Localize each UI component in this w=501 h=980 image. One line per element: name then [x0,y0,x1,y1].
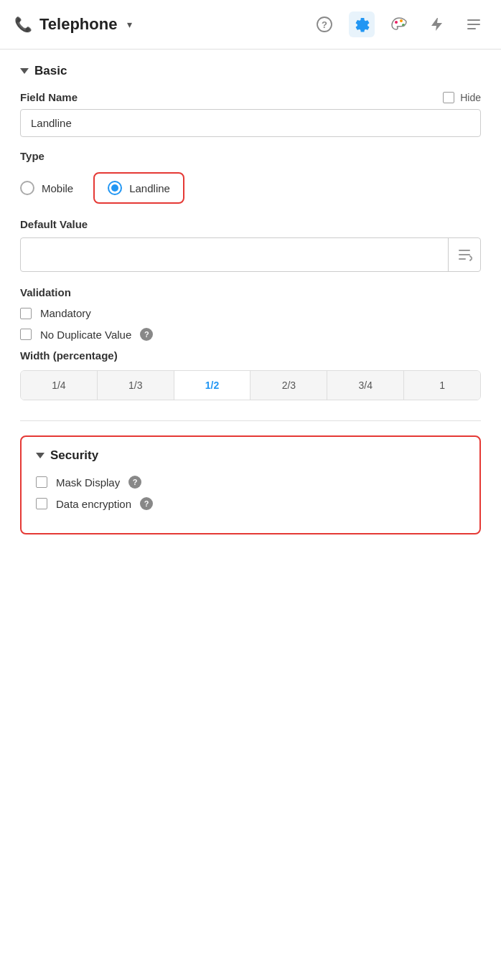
width-option-1-4[interactable]: 1/4 [21,371,98,400]
field-name-row: Field Name Hide [20,91,481,103]
header-title: Telephone [39,15,117,34]
security-section-title: Security [50,448,98,463]
width-option-3-4[interactable]: 3/4 [327,371,404,400]
palette-button[interactable] [386,11,412,37]
mask-display-row: Mask Display ? [36,476,465,489]
radio-landline-circle[interactable] [108,181,122,195]
svg-rect-9 [459,254,470,255]
mask-display-label: Mask Display [56,476,120,489]
width-option-1-2[interactable]: 1/2 [174,371,251,400]
default-value-icon[interactable] [448,237,481,272]
width-options-group: 1/4 1/3 1/2 2/3 3/4 1 [20,370,481,400]
field-name-input[interactable] [20,109,481,137]
basic-chevron-icon[interactable] [20,68,29,74]
lightning-button[interactable] [423,11,449,37]
width-option-1[interactable]: 1 [404,371,480,400]
svg-point-3 [400,19,403,22]
security-chevron-icon[interactable] [36,453,45,458]
width-section: Width (percentage) 1/4 1/3 1/2 2/3 3/4 1 [20,349,481,400]
security-section-header: Security [36,448,465,463]
hide-row: Hide [443,92,481,103]
radio-mobile[interactable]: Mobile [20,181,73,195]
hide-checkbox[interactable] [443,92,454,103]
header-toolbar: ? [312,11,487,37]
mask-display-checkbox[interactable] [36,476,47,488]
content-area: Basic Field Name Hide Type Mobile Landli… [0,50,501,549]
section-divider [20,420,481,421]
width-option-1-3[interactable]: 1/3 [98,371,174,400]
no-duplicate-checkbox[interactable] [20,329,32,340]
data-encryption-help-icon[interactable]: ? [140,497,153,510]
radio-landline-label: Landline [129,182,170,194]
radio-mobile-label: Mobile [42,182,73,194]
svg-text:?: ? [322,19,327,30]
basic-section-header: Basic [20,64,481,78]
default-value-input[interactable] [20,237,481,272]
data-encryption-label: Data encryption [56,498,131,510]
width-title: Width (percentage) [20,349,481,362]
basic-section: Basic Field Name Hide Type Mobile Landli… [20,64,481,400]
settings-button[interactable] [349,11,375,37]
mandatory-label: Mandatory [40,307,91,319]
width-option-2-3[interactable]: 2/3 [250,371,327,400]
validation-title: Validation [20,286,481,298]
mask-display-help-icon[interactable]: ? [128,476,141,489]
data-encryption-row: Data encryption ? [36,497,465,510]
radio-mobile-circle[interactable] [20,181,34,195]
svg-rect-7 [467,28,476,29]
svg-rect-10 [459,258,466,260]
svg-point-2 [395,21,398,24]
help-button[interactable]: ? [312,11,337,37]
basic-section-title: Basic [34,64,67,78]
menu-button[interactable] [461,11,487,37]
dropdown-arrow-icon[interactable]: ▾ [127,19,132,30]
data-encryption-checkbox[interactable] [36,498,47,509]
hide-label: Hide [460,92,481,103]
no-duplicate-row: No Duplicate Value ? [20,328,481,341]
svg-rect-8 [459,250,470,251]
default-value-label: Default Value [20,218,481,230]
radio-landline[interactable]: Landline [93,172,184,204]
mandatory-checkbox[interactable] [20,308,32,319]
type-radio-group: Mobile Landline [20,172,481,204]
telephone-icon: 📞 [14,16,32,33]
field-name-label: Field Name [20,91,78,103]
no-duplicate-help-icon[interactable]: ? [140,328,153,341]
svg-rect-5 [467,19,480,21]
type-label: Type [20,150,481,162]
no-duplicate-label: No Duplicate Value [40,329,131,341]
security-section: Security Mask Display ? Data encryption … [20,435,481,534]
svg-rect-6 [467,24,480,25]
header: 📞 Telephone ▾ ? [0,0,501,50]
default-value-wrapper [20,237,481,272]
mandatory-row: Mandatory [20,307,481,319]
